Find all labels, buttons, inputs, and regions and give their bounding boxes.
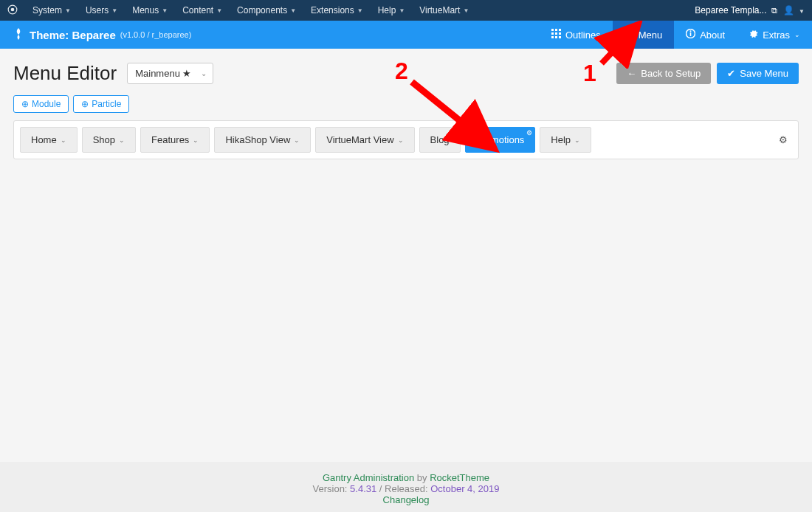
menu-item-shop[interactable]: Shop⌄	[82, 127, 136, 153]
svg-point-16	[690, 30, 692, 32]
chevron-down-icon: ⌄	[61, 136, 66, 144]
theme-title: Theme: Beparee	[30, 29, 116, 41]
check-icon: ✔	[727, 68, 735, 79]
svg-rect-7	[559, 32, 561, 35]
chevron-down-icon: ⌄	[201, 69, 207, 77]
nav-extras[interactable]: Extras ⌄	[737, 21, 812, 49]
svg-rect-3	[555, 29, 557, 31]
page-title: Menu Editor	[13, 62, 117, 85]
menu-item-virtuemart-view[interactable]: VirtueMart View⌄	[315, 127, 414, 153]
admin-menu-users[interactable]: Users▼	[78, 0, 125, 21]
admin-menu-menus[interactable]: Menus▼	[125, 0, 175, 21]
chevron-down-icon: ⌄	[398, 136, 404, 144]
gear-icon[interactable]: ⚙	[526, 129, 532, 136]
arrow-left-icon: ←	[627, 68, 636, 79]
admin-bar: System▼ Users▼ Menus▼ Content▼ Component…	[0, 0, 812, 21]
annotation-arrow-2	[405, 75, 508, 156]
svg-rect-5	[551, 32, 554, 35]
chevron-down-icon: ⌄	[794, 31, 800, 38]
plus-circle-icon: ⊕	[81, 99, 89, 109]
admin-menu-components[interactable]: Components▼	[230, 0, 303, 21]
menu-item-hikashop-view[interactable]: HikaShop View⌄	[214, 127, 311, 153]
nav-about[interactable]: About	[674, 21, 737, 49]
external-link-icon: ⧉	[771, 6, 777, 15]
gantry-nav: Outlines Menu About Extras ⌄	[540, 21, 812, 49]
user-icon[interactable]: 👤 ▼	[783, 5, 805, 15]
template-link[interactable]: Beparee Templa... ⧉	[695, 5, 777, 15]
svg-line-20	[412, 82, 489, 145]
admin-menu-extensions[interactable]: Extensions▼	[303, 0, 371, 21]
content: Menu Editor Mainmenu ★ ⌄ ← Back to Setup…	[0, 49, 812, 462]
release-date: October 4, 2019	[430, 483, 499, 494]
chevron-down-icon: ⌄	[574, 136, 580, 144]
admin-menu-system[interactable]: System▼	[25, 0, 78, 21]
admin-menu-content[interactable]: Content▼	[175, 0, 230, 21]
chevron-down-icon: ⌄	[294, 136, 300, 144]
menu-item-help[interactable]: Help⌄	[540, 127, 591, 153]
changelog-link[interactable]: Changelog	[383, 494, 430, 505]
joomla-icon[interactable]	[7, 4, 18, 17]
svg-rect-9	[555, 36, 557, 38]
module-button[interactable]: ⊕ Module	[13, 95, 69, 113]
admin-right: Beparee Templa... ⧉ 👤 ▼	[695, 5, 805, 15]
svg-rect-15	[690, 32, 692, 36]
gantry-bar: Theme: Beparee (v1.0.0 / r_beparee) Outl…	[0, 21, 812, 49]
svg-rect-6	[555, 32, 557, 35]
credits: Gantry Administration by RocketTheme Ver…	[0, 462, 812, 512]
chevron-down-icon: ⌄	[193, 136, 199, 144]
particle-button[interactable]: ⊕ Particle	[73, 95, 129, 113]
gear-icon	[749, 29, 758, 41]
menu-item-home[interactable]: Home⌄	[20, 127, 78, 153]
svg-rect-2	[551, 29, 554, 31]
plus-circle-icon: ⊕	[21, 99, 29, 109]
svg-rect-10	[559, 36, 561, 38]
rockettheme-link[interactable]: RocketTheme	[430, 472, 489, 483]
annotation-arrow-1	[594, 21, 646, 69]
info-icon	[686, 29, 695, 41]
admin-menu-help[interactable]: Help▼	[371, 0, 413, 21]
svg-rect-8	[551, 36, 554, 38]
admin-menu: System▼ Users▼ Menus▼ Content▼ Component…	[25, 0, 476, 21]
gantry-admin-link[interactable]: Gantry Administration	[323, 472, 414, 483]
save-menu-button[interactable]: ✔ Save Menu	[717, 63, 799, 84]
svg-line-18	[602, 28, 635, 63]
gantry-logo-icon	[13, 28, 24, 42]
menu-select[interactable]: Mainmenu ★ ⌄	[127, 63, 213, 84]
admin-menu-virtuemart[interactable]: VirtueMart▼	[412, 0, 476, 21]
menu-settings-icon[interactable]: ⚙	[779, 134, 792, 145]
menu-item-features[interactable]: Features⌄	[140, 127, 210, 153]
grid-icon	[551, 29, 561, 41]
svg-rect-4	[559, 29, 561, 31]
svg-point-1	[11, 7, 15, 11]
theme-version: (v1.0.0 / r_beparee)	[120, 30, 192, 39]
version-number: 5.4.31	[350, 483, 376, 494]
chevron-down-icon: ⌄	[119, 136, 125, 144]
